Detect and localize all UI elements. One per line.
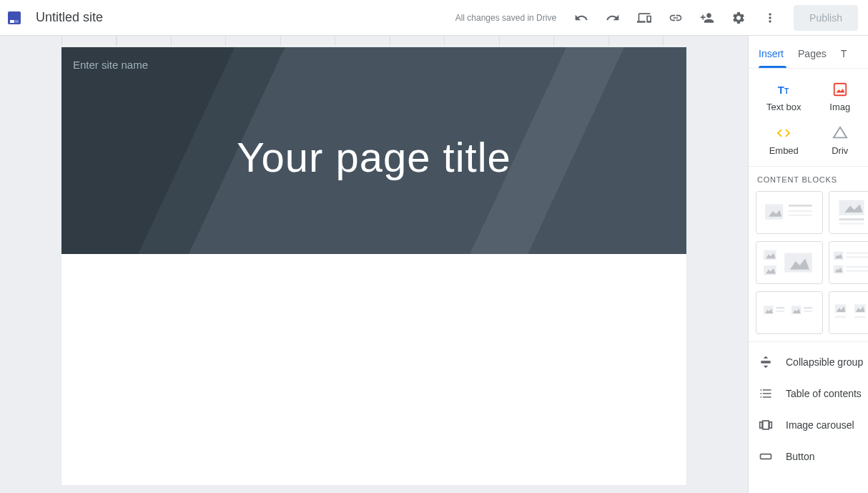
publish-button[interactable]: Publish	[794, 5, 858, 31]
embed-icon	[776, 125, 791, 141]
page-title[interactable]: Your page title	[61, 133, 686, 181]
insert-embed[interactable]: Embed	[756, 125, 812, 156]
block-tile-2[interactable]	[829, 191, 868, 234]
block-tile-4[interactable]	[829, 241, 868, 284]
svg-text:T: T	[778, 84, 784, 96]
block-tile-3[interactable]	[756, 241, 823, 284]
link-icon[interactable]	[668, 10, 684, 26]
site-name-placeholder[interactable]: Enter site name	[73, 59, 148, 71]
side-panel: Insert Pages T TT Text box Imag	[748, 36, 868, 493]
component-table-of-contents[interactable]: Table of contents	[749, 378, 868, 409]
svg-rect-23	[834, 252, 844, 260]
svg-rect-45	[761, 454, 771, 459]
toolbar-actions	[573, 10, 778, 26]
component-label: Image carousel	[786, 419, 854, 431]
sidepanel-tabs: Insert Pages T	[749, 36, 868, 69]
ruler	[61, 36, 686, 46]
hero-header[interactable]: Enter site name Your page title	[61, 47, 686, 254]
insert-label: Driv	[832, 145, 848, 156]
tab-pages[interactable]: Pages	[791, 48, 834, 68]
gear-icon[interactable]	[731, 10, 746, 26]
component-label: Collapsible group	[786, 356, 863, 368]
preview-devices-icon[interactable]	[636, 10, 652, 26]
insert-grid: TT Text box Imag Embed Driv	[749, 69, 868, 166]
save-status: All changes saved in Drive	[455, 13, 556, 23]
content-blocks	[749, 191, 868, 341]
component-collapsible-group[interactable]: Collapsible group	[749, 346, 868, 378]
svg-rect-8	[765, 204, 783, 219]
svg-text:T: T	[784, 87, 789, 95]
text-box-icon: TT	[776, 82, 791, 97]
insert-drive[interactable]: Driv	[812, 125, 869, 156]
tab-insert[interactable]: Insert	[749, 48, 791, 68]
svg-rect-5	[834, 84, 847, 96]
svg-rect-1	[10, 20, 14, 23]
insert-label: Embed	[769, 145, 799, 156]
google-sites-logo	[6, 9, 23, 26]
more-vert-icon[interactable]	[762, 10, 778, 26]
document-title[interactable]: Untitled site	[36, 10, 103, 25]
content-blocks-header: CONTENT BLOCKS	[749, 166, 868, 191]
insert-text-box[interactable]: TT Text box	[756, 82, 812, 112]
carousel-icon	[759, 418, 773, 432]
top-toolbar: Untitled site All changes saved in Drive…	[0, 0, 868, 36]
component-list: Collapsible group Table of contents Imag…	[749, 341, 868, 472]
component-image-carousel[interactable]: Image carousel	[749, 409, 868, 441]
undo-icon[interactable]	[573, 10, 589, 26]
block-tile-5[interactable]	[756, 291, 823, 334]
collapsible-icon	[759, 355, 773, 369]
page-canvas[interactable]: Enter site name Your page title	[61, 47, 686, 485]
svg-rect-2	[15, 20, 19, 23]
svg-rect-27	[834, 265, 844, 274]
component-button[interactable]: Button	[749, 441, 868, 472]
drive-icon	[832, 125, 848, 141]
canvas-area: Enter site name Your page title	[0, 36, 748, 493]
svg-marker-7	[834, 127, 847, 138]
add-person-icon[interactable]	[699, 10, 715, 26]
block-tile-1[interactable]	[756, 191, 823, 234]
insert-label: Text box	[766, 102, 801, 112]
tab-themes[interactable]: T	[834, 48, 854, 68]
redo-icon[interactable]	[605, 10, 621, 26]
insert-images[interactable]: Imag	[812, 82, 869, 112]
block-tile-6[interactable]	[829, 291, 868, 334]
button-icon	[759, 449, 773, 464]
component-label: Button	[786, 451, 814, 462]
insert-label: Imag	[829, 102, 850, 112]
svg-marker-6	[836, 89, 844, 92]
toc-icon	[759, 386, 773, 401]
image-icon	[832, 82, 848, 97]
component-label: Table of contents	[786, 388, 862, 399]
